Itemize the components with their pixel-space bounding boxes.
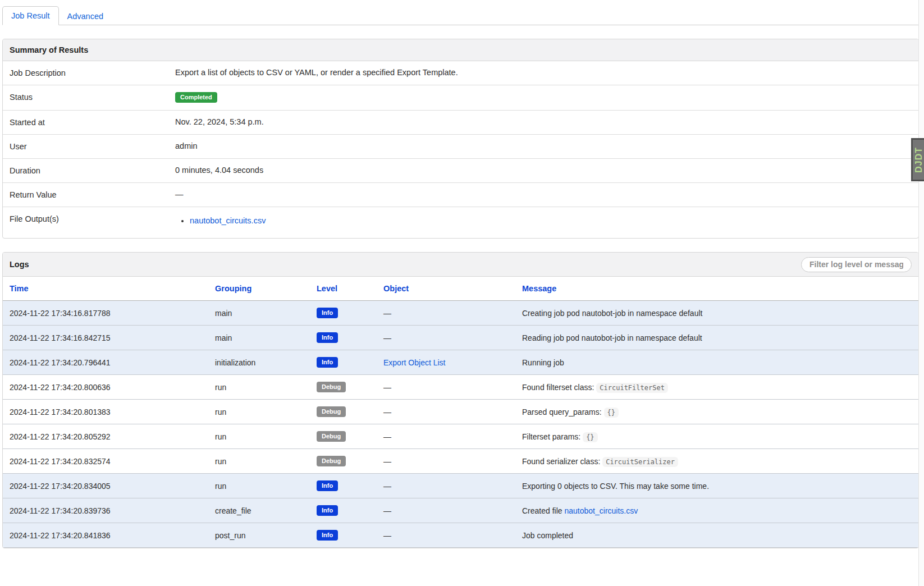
summary-row-label: Job Description [3, 61, 168, 85]
summary-row: Return Value — [3, 183, 918, 207]
log-level-badge: Debug [317, 382, 346, 392]
log-level-badge: Info [317, 480, 338, 491]
log-level-badge: Info [317, 357, 338, 368]
log-time-cell: 2024-11-22 17:34:20.839736 [3, 498, 208, 523]
log-message-cell: Filterset params: {} [515, 424, 918, 449]
log-row: 2024-11-22 17:34:16.842715mainInfo—Readi… [3, 326, 918, 350]
log-row: 2024-11-22 17:34:20.805292runDebug—Filte… [3, 424, 918, 449]
log-message-cell: Reading job pod nautobot-job in namespac… [515, 326, 918, 350]
log-grouping-cell: run [208, 400, 310, 424]
log-object-cell: Export Object List [377, 350, 515, 375]
log-grouping-cell: main [208, 326, 310, 350]
summary-row-label: Started at [3, 111, 168, 135]
log-row: 2024-11-22 17:34:16.817788mainInfo—Creat… [3, 301, 918, 326]
summary-row-label: Return Value [3, 183, 168, 207]
log-level-cell: Debug [310, 449, 377, 474]
log-message-cell: Job completed [515, 523, 918, 548]
column-header-object: Object [377, 277, 515, 301]
log-level-cell: Debug [310, 400, 377, 424]
log-time-cell: 2024-11-22 17:34:20.832574 [3, 449, 208, 474]
column-header-time: Time [3, 277, 208, 301]
log-level-badge: Debug [317, 431, 346, 442]
log-level-badge: Info [317, 530, 338, 541]
log-row: 2024-11-22 17:34:20.841836post_runInfo—J… [3, 523, 918, 548]
summary-row-value: 0 minutes, 4.04 seconds [168, 159, 918, 183]
summary-row: Job Description Export a list of objects… [3, 61, 918, 85]
log-grouping-cell: run [208, 449, 310, 474]
log-filter-input[interactable] [801, 257, 912, 272]
log-message-cell: Created file nautobot_circuits.csv [515, 498, 918, 523]
log-time-cell: 2024-11-22 17:34:16.817788 [3, 301, 208, 326]
log-row: 2024-11-22 17:34:20.801383runDebug—Parse… [3, 400, 918, 424]
log-level-cell: Debug [310, 424, 377, 449]
log-time-cell: 2024-11-22 17:34:20.805292 [3, 424, 208, 449]
logs-table-header-row: TimeGroupingLevelObjectMessage [3, 277, 918, 301]
log-object-cell: — [377, 474, 515, 498]
log-row: 2024-11-22 17:34:20.839736create_fileInf… [3, 498, 918, 523]
column-header-link-message[interactable]: Message [522, 284, 556, 293]
summary-row: Status Completed [3, 85, 918, 111]
log-message-code: CircuitFilterSet [596, 383, 668, 393]
column-header-level: Level [310, 277, 377, 301]
summary-row-label: Duration [3, 159, 168, 183]
summary-panel-title: Summary of Results [3, 39, 918, 61]
scrollbar[interactable] [918, 0, 924, 586]
file-output-link[interactable]: nautobot_circuits.csv [190, 216, 266, 225]
log-level-cell: Info [310, 498, 377, 523]
log-message-cell: Running job [515, 350, 918, 375]
log-row: 2024-11-22 17:34:20.834005runInfo—Export… [3, 474, 918, 498]
log-message-code: CircuitSerializer [602, 457, 678, 467]
summary-row-value: Completed [168, 85, 918, 111]
summary-row-label: File Output(s) [3, 207, 168, 239]
log-message-cell: Creating job pod nautobot-job in namespa… [515, 301, 918, 326]
log-level-badge: Debug [317, 456, 346, 466]
log-object-link[interactable]: Export Object List [383, 358, 446, 367]
column-header-message: Message [515, 277, 918, 301]
column-header-link-time[interactable]: Time [10, 284, 29, 293]
column-header-link-grouping[interactable]: Grouping [215, 284, 251, 293]
log-time-cell: 2024-11-22 17:34:20.796441 [3, 350, 208, 375]
log-object-cell: — [377, 375, 515, 400]
log-message-file-link[interactable]: nautobot_circuits.csv [564, 506, 638, 515]
summary-row-value: Nov. 22, 2024, 5:34 p.m. [168, 111, 918, 135]
summary-row-value: Export a list of objects to CSV or YAML,… [168, 61, 918, 85]
log-level-cell: Info [310, 350, 377, 375]
log-level-badge: Debug [317, 406, 346, 417]
log-object-cell: — [377, 424, 515, 449]
log-grouping-cell: run [208, 375, 310, 400]
summary-row-value: nautobot_circuits.csv [168, 207, 918, 239]
summary-row: Started at Nov. 22, 2024, 5:34 p.m. [3, 111, 918, 135]
log-message-code: {} [583, 432, 597, 442]
job-result-page: Job Result Advanced Summary of Results J… [2, 0, 919, 548]
logs-panel-header: Logs [3, 253, 918, 277]
tab-advanced[interactable]: Advanced [59, 7, 112, 25]
file-output-list: nautobot_circuits.csv [190, 215, 912, 226]
log-object-cell: — [377, 301, 515, 326]
column-header-link-object[interactable]: Object [383, 284, 409, 293]
djdt-toolbar-handle[interactable]: DJDT [911, 138, 924, 181]
log-level-badge: Info [317, 332, 338, 343]
summary-table: Job Description Export a list of objects… [3, 61, 918, 238]
log-message-cell: Parsed query_params: {} [515, 400, 918, 424]
log-grouping-cell: create_file [208, 498, 310, 523]
log-time-cell: 2024-11-22 17:34:16.842715 [3, 326, 208, 350]
log-row: 2024-11-22 17:34:20.800636runDebug—Found… [3, 375, 918, 400]
logs-table: TimeGroupingLevelObjectMessage 2024-11-2… [3, 277, 918, 548]
log-time-cell: 2024-11-22 17:34:20.841836 [3, 523, 208, 548]
log-level-cell: Info [310, 523, 377, 548]
log-object-cell: — [377, 449, 515, 474]
log-row: 2024-11-22 17:34:20.832574runDebug—Found… [3, 449, 918, 474]
log-grouping-cell: initialization [208, 350, 310, 375]
logs-panel: Logs TimeGroupingLevelObjectMessage 2024… [2, 252, 919, 548]
log-object-cell: — [377, 498, 515, 523]
logs-panel-title: Logs [10, 260, 29, 269]
log-message-cell: Exporting 0 objects to CSV. This may tak… [515, 474, 918, 498]
log-message-code: {} [604, 408, 619, 418]
tab-job-result[interactable]: Job Result [2, 6, 59, 25]
status-badge: Completed [175, 92, 217, 103]
tab-bar: Job Result Advanced [2, 0, 919, 25]
log-grouping-cell: main [208, 301, 310, 326]
log-level-cell: Info [310, 301, 377, 326]
column-header-link-level[interactable]: Level [317, 284, 337, 293]
log-level-cell: Debug [310, 375, 377, 400]
